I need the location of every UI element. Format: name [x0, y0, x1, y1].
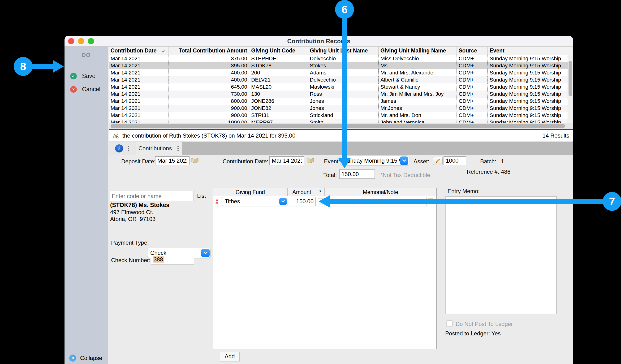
- event-cell: Sunday Morning 9:15 Worship: [487, 84, 568, 90]
- cut-scissors-icon[interactable]: ✂: [213, 199, 221, 204]
- sort-chevron-icon: [161, 50, 165, 52]
- info-icon[interactable]: i: [115, 144, 123, 153]
- column-header-giving-unit-code[interactable]: Giving Unit Code: [249, 47, 308, 55]
- giving-unit-code-cell: STRI31: [249, 112, 308, 119]
- batch-label: Batch:: [480, 158, 496, 165]
- column-header-giving-unit-mailing-name[interactable]: Giving Unit Mailing Name: [378, 47, 457, 55]
- tab-contributions[interactable]: Contributions: [135, 142, 182, 155]
- mailing-name-cell: Mr. Jim Miller and Mrs. Joy: [378, 90, 457, 98]
- event-cell: Sunday Morning 9:15 Worship: [487, 98, 568, 105]
- menu-dots-icon[interactable]: [128, 146, 129, 151]
- not-tax-deductible-note: *Not Tax Deductible: [380, 172, 430, 178]
- cancel-button[interactable]: × Cancel: [70, 86, 101, 93]
- mailing-name-cell: Mr. and Mrs. Alexander: [378, 69, 457, 76]
- contribution-date-cell: Mar 14 2021: [109, 69, 168, 76]
- tab-menu-dots-icon[interactable]: [177, 146, 179, 151]
- annotation-6-arrowhead: [338, 158, 351, 168]
- window-title: Contribution Records: [65, 36, 573, 47]
- table-row[interactable]: Mar 14 2021395.00STOK78StokesMs.CDM+Sund…: [109, 62, 568, 69]
- source-cell: CDM+: [457, 84, 487, 90]
- fund-amount-field[interactable]: [289, 197, 316, 206]
- entry-memo-box: [446, 196, 557, 314]
- table-row[interactable]: Mar 14 2021375.00STEPHDELDelvecchioMiss …: [109, 55, 568, 62]
- batch-value: 1: [501, 158, 504, 165]
- contribution-date-cell: Mar 14 2021: [109, 98, 168, 105]
- results-count: 14 Results: [543, 132, 569, 139]
- fund-chevron-down-icon[interactable]: [279, 198, 287, 205]
- check-number-field[interactable]: 388: [151, 255, 194, 265]
- column-header-total-amount[interactable]: Total Contribution Amount: [168, 47, 249, 55]
- source-cell: CDM+: [457, 55, 487, 62]
- entry-memo-textarea[interactable]: [446, 197, 556, 314]
- event-cell: Sunday Morning 9:15 Worship: [487, 55, 568, 62]
- close-window-button[interactable]: [68, 38, 74, 44]
- list-button[interactable]: List: [197, 193, 206, 199]
- fund-select[interactable]: Tithes: [222, 197, 288, 206]
- vertical-scrollbar-thumb[interactable]: [569, 61, 572, 96]
- table-row[interactable]: Mar 14 2021900.00STRI31StricklandMr. and…: [109, 112, 568, 119]
- source-cell: CDM+: [457, 76, 487, 84]
- contribution-date-cell: Mar 14 2021: [109, 105, 168, 112]
- do-sidebar: DO ✓ Save × Cancel « Collapse: [65, 47, 108, 364]
- total-amount-cell: 395.00: [168, 62, 249, 69]
- minimize-window-button[interactable]: [78, 38, 84, 44]
- mailing-name-cell: Mr.Jones: [378, 105, 457, 112]
- table-row[interactable]: Mar 14 2021800.00JONE286JonesJamesCDM+Su…: [109, 98, 568, 105]
- title-bar: Contribution Records: [65, 36, 573, 47]
- mailing-name-cell: Miss Delvecchio: [378, 55, 457, 62]
- zoom-window-button[interactable]: [88, 38, 94, 44]
- results-table-header: Contribution Date Total Contribution Amo…: [109, 47, 573, 55]
- add-fund-row-button[interactable]: Add: [220, 352, 240, 361]
- results-horizontal-scrollbar[interactable]: [109, 123, 573, 129]
- results-vertical-scrollbar[interactable]: [568, 55, 573, 123]
- collapse-button[interactable]: « Collapse: [65, 352, 108, 364]
- deposit-date-label: Deposit Date:: [121, 158, 155, 165]
- contribution-date-picker-icon[interactable]: [306, 158, 314, 164]
- annotation-6-line: [342, 18, 347, 158]
- save-button[interactable]: ✓ Save: [70, 72, 95, 79]
- screen: Contribution Records DO ✓ Save × Cancel …: [0, 0, 621, 364]
- status-bar: the contribution of Ruth Stokes (STOK78)…: [109, 129, 573, 142]
- table-row[interactable]: Mar 14 2021645.00MASL20MaslowskiStewart …: [109, 84, 568, 90]
- payment-type-chevron-down-icon[interactable]: [201, 249, 210, 257]
- annotation-8-line: [31, 64, 53, 69]
- asset-field[interactable]: [444, 156, 466, 165]
- table-row[interactable]: Mar 14 20211000.00MERR97SmithJohn and Ve…: [109, 119, 568, 123]
- table-row[interactable]: Mar 14 2021400.00DELV21DelvecchioAlbert …: [109, 76, 568, 84]
- do-not-post-label: Do Not Post To Ledger: [456, 321, 513, 327]
- annotation-7-line: [330, 199, 608, 204]
- giving-unit-code-cell: STOK78: [249, 62, 308, 69]
- deposit-date-field[interactable]: [155, 156, 190, 165]
- total-field[interactable]: [339, 170, 375, 179]
- deposit-date-picker-icon[interactable]: [191, 158, 199, 164]
- horizontal-scrollbar-thumb[interactable]: [111, 124, 565, 128]
- code-search-input[interactable]: [110, 191, 194, 201]
- source-cell: CDM+: [457, 62, 487, 69]
- contribution-date-cell: Mar 14 2021: [109, 112, 168, 119]
- star-column-header: *: [316, 188, 325, 196]
- asset-pencil-icon[interactable]: [433, 157, 443, 165]
- save-check-icon: ✓: [70, 73, 77, 79]
- contribution-date-cell: Mar 14 2021: [109, 84, 168, 90]
- contribution-date-field[interactable]: [269, 156, 304, 165]
- total-amount-cell: 800.00: [168, 98, 249, 105]
- table-row[interactable]: Mar 14 2021730.00130RossMr. Jim Miller a…: [109, 90, 568, 98]
- total-label: Total:: [323, 172, 337, 178]
- source-cell: CDM+: [457, 90, 487, 98]
- table-row[interactable]: Mar 14 2021400.00200AdamsMr. and Mrs. Al…: [109, 69, 568, 76]
- memo-scroll-track: [550, 197, 550, 314]
- check-number-label: Check Number:: [111, 257, 151, 263]
- event-chevron-down-icon[interactable]: [400, 156, 408, 165]
- do-not-post-checkbox[interactable]: [446, 320, 453, 327]
- giving-unit-code-cell: STEPHDEL: [249, 55, 308, 62]
- keys-icon: [112, 132, 120, 139]
- save-label: Save: [82, 72, 95, 79]
- main-area: Contribution Date Total Contribution Amo…: [109, 47, 573, 364]
- column-header-contribution-date[interactable]: Contribution Date: [109, 47, 168, 55]
- event-value: Sunday Morning 9:15 W: [343, 157, 409, 164]
- table-row[interactable]: Mar 14 2021900.00JONE82JonesMr.JonesCDM+…: [109, 105, 568, 112]
- column-header-event[interactable]: Event: [487, 47, 573, 55]
- event-cell: Sunday Morning 9:15 Worship: [487, 105, 568, 112]
- event-label: Event:: [324, 158, 340, 165]
- column-header-source[interactable]: Source: [457, 47, 487, 55]
